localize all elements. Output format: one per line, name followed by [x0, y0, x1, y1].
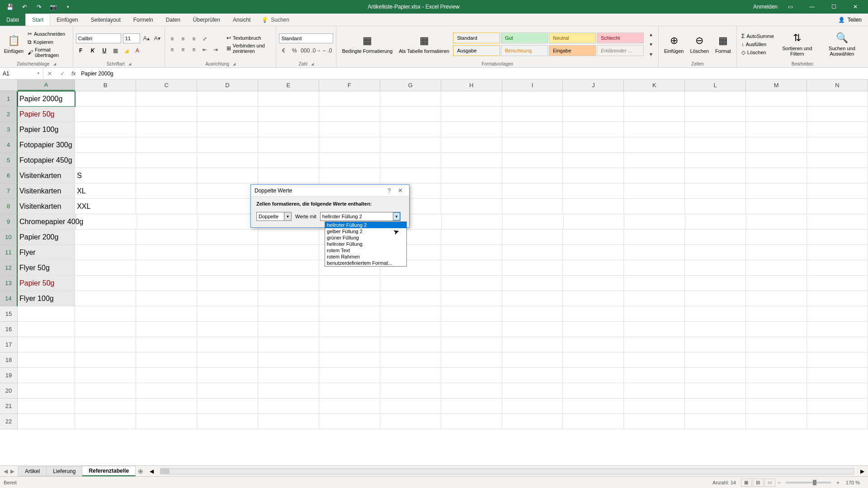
cell[interactable]	[807, 352, 868, 368]
cell[interactable]	[624, 399, 685, 414]
cell[interactable]	[746, 199, 807, 214]
cell[interactable]	[807, 183, 868, 199]
cell[interactable]	[380, 337, 441, 352]
cell[interactable]	[75, 414, 136, 429]
tab-formulas[interactable]: Formeln	[127, 14, 160, 26]
cell[interactable]	[563, 137, 624, 153]
cell[interactable]	[807, 260, 868, 276]
cell[interactable]	[136, 322, 197, 337]
tab-file[interactable]: Datei	[0, 14, 25, 26]
dialog-close-icon[interactable]: ✕	[395, 187, 406, 194]
row-header[interactable]: 6	[0, 168, 18, 183]
cell[interactable]	[75, 91, 136, 107]
cell[interactable]	[441, 183, 502, 199]
column-header-F[interactable]: F	[319, 80, 380, 91]
column-header-L[interactable]: L	[685, 80, 746, 91]
find-select-button[interactable]: 🔍Suchen und Auswählen	[819, 28, 865, 60]
cell[interactable]	[18, 383, 75, 399]
cell[interactable]	[685, 91, 746, 107]
cell[interactable]	[685, 260, 746, 276]
cell[interactable]	[75, 260, 136, 276]
cell[interactable]	[685, 107, 746, 122]
thousand-icon[interactable]: 000	[301, 46, 310, 55]
paste-button[interactable]: 📋 Einfügen	[3, 28, 25, 60]
cell[interactable]	[685, 306, 746, 322]
cell[interactable]	[807, 122, 868, 137]
dropdown-option[interactable]: benutzerdefiniertem Format...	[325, 260, 406, 266]
cell[interactable]	[441, 306, 502, 322]
cell[interactable]	[380, 368, 441, 383]
cell[interactable]	[746, 183, 807, 199]
cell[interactable]	[685, 137, 746, 153]
cell[interactable]	[197, 137, 258, 153]
dropdown-option[interactable]: rotem Text	[325, 247, 406, 253]
cell[interactable]	[136, 337, 197, 352]
column-header-C[interactable]: C	[136, 80, 197, 91]
cell[interactable]	[685, 337, 746, 352]
cell[interactable]	[502, 183, 563, 199]
row-header[interactable]: 1	[0, 91, 18, 107]
row-header[interactable]: 8	[0, 199, 18, 214]
cell[interactable]	[807, 306, 868, 322]
indent-dec-icon[interactable]: ⇤	[200, 45, 209, 54]
cell[interactable]	[502, 276, 563, 291]
styles-more-down-icon[interactable]: ▾	[646, 40, 656, 49]
cell[interactable]	[624, 414, 685, 429]
cell[interactable]	[563, 291, 624, 306]
scroll-left-icon[interactable]: ◀	[150, 468, 154, 474]
cell[interactable]	[197, 153, 258, 168]
zoom-out-icon[interactable]: −	[776, 480, 782, 485]
cell[interactable]	[441, 91, 502, 107]
cell[interactable]	[258, 368, 319, 383]
cell[interactable]	[380, 322, 441, 337]
cell[interactable]	[258, 414, 319, 429]
cell[interactable]	[136, 91, 197, 107]
scroll-thumb[interactable]	[160, 469, 170, 474]
cell[interactable]	[807, 337, 868, 352]
shrink-font-icon[interactable]: A▾	[153, 34, 162, 43]
orientation-icon[interactable]: ⤢	[200, 34, 209, 43]
cancel-formula-icon[interactable]: ✕	[43, 70, 56, 77]
cell[interactable]	[563, 337, 624, 352]
cell[interactable]	[807, 245, 868, 260]
cell[interactable]	[136, 352, 197, 368]
cell[interactable]	[502, 368, 563, 383]
cell[interactable]	[685, 168, 746, 183]
cell[interactable]	[563, 368, 624, 383]
number-format-select[interactable]	[279, 33, 333, 43]
cell[interactable]	[685, 214, 746, 230]
column-header-N[interactable]: N	[807, 80, 868, 91]
cell[interactable]	[197, 245, 258, 260]
cell[interactable]	[258, 352, 319, 368]
cell[interactable]	[685, 383, 746, 399]
column-header-E[interactable]: E	[258, 80, 319, 91]
style-calc[interactable]: Berechnung	[501, 45, 548, 56]
duplicate-type-select[interactable]: Doppelte ▼	[256, 212, 292, 221]
cell[interactable]	[746, 337, 807, 352]
cell[interactable]	[75, 368, 136, 383]
cell[interactable]	[380, 352, 441, 368]
font-size-select[interactable]	[123, 33, 140, 43]
cell[interactable]	[258, 137, 319, 153]
close-window-icon[interactable]: ✕	[846, 0, 864, 14]
zoom-level[interactable]: 170 %	[841, 480, 864, 485]
cell[interactable]	[380, 383, 441, 399]
clipboard-launcher-icon[interactable]: ◢	[53, 62, 56, 66]
format-painter-button[interactable]: 🖌Format übertragen	[26, 47, 70, 58]
cell[interactable]	[563, 322, 624, 337]
zoom-slider[interactable]	[786, 482, 831, 483]
column-header-K[interactable]: K	[624, 80, 685, 91]
cell[interactable]	[380, 306, 441, 322]
cell[interactable]	[75, 276, 136, 291]
cell[interactable]	[319, 91, 380, 107]
cell[interactable]	[319, 368, 380, 383]
cell[interactable]	[441, 368, 502, 383]
cell[interactable]	[685, 291, 746, 306]
font-name-select[interactable]	[76, 33, 121, 43]
cell[interactable]	[441, 322, 502, 337]
cell[interactable]	[807, 107, 868, 122]
fill-color-icon[interactable]: ◢	[122, 46, 131, 55]
cell[interactable]	[746, 91, 807, 107]
cell[interactable]	[197, 322, 258, 337]
row-header[interactable]: 2	[0, 107, 18, 122]
